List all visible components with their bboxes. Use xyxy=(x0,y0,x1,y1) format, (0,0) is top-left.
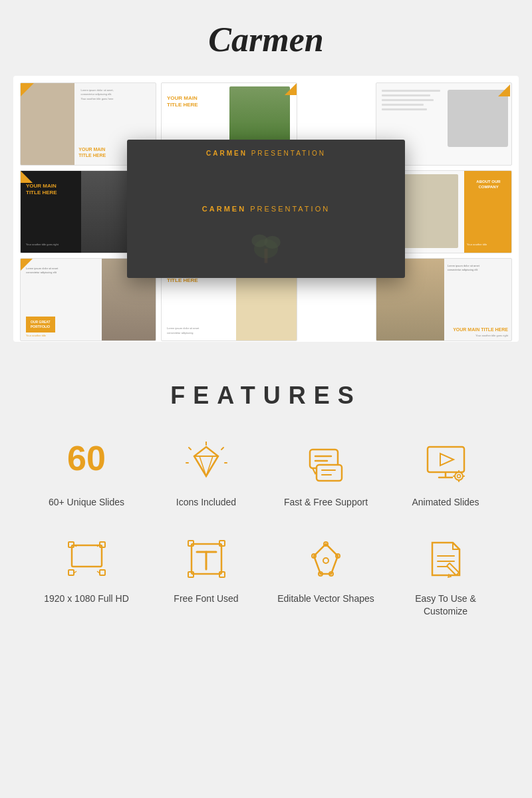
editable-vector-label: Editable Vector Shapes xyxy=(277,593,374,606)
pen-tool-icon xyxy=(303,536,349,583)
svg-point-26 xyxy=(457,474,460,477)
feature-free-font: Free Font Used xyxy=(153,536,259,618)
play-gear-icon xyxy=(422,440,469,486)
product-title: Carmen xyxy=(13,20,519,59)
feature-full-hd: 1920 x 1080 Full HD xyxy=(33,536,140,618)
featured-slide: CARMEN PRESENTATION CARMEN PRESENTATION xyxy=(127,140,405,278)
svg-line-12 xyxy=(189,448,191,450)
feature-icon-number: 60 xyxy=(63,440,110,486)
svg-rect-31 xyxy=(72,545,102,567)
animated-slides-label: Animated Slides xyxy=(412,496,479,509)
edit-doc-icon xyxy=(422,536,469,583)
svg-rect-34 xyxy=(68,570,74,575)
unique-slides-label: 60+ Unique Slides xyxy=(49,496,124,509)
fast-support-label: Fast & Free Support xyxy=(284,496,368,509)
svg-marker-4 xyxy=(194,447,218,476)
feature-editable-vector: Editable Vector Shapes xyxy=(273,536,379,618)
full-hd-label: 1920 x 1080 Full HD xyxy=(44,593,129,606)
svg-rect-35 xyxy=(100,570,105,575)
svg-rect-3 xyxy=(265,249,268,263)
feature-animated-slides: Animated Slides xyxy=(392,440,499,509)
easy-customize-label: Easy To Use & Customize xyxy=(392,593,499,618)
svg-point-52 xyxy=(323,558,329,563)
features-grid-row1: 60 60+ Unique Slides xyxy=(33,440,499,509)
feature-fast-support: Fast & Free Support xyxy=(273,440,379,509)
page-wrapper: Carmen YOUR MAINTITLE HERE Lorem ipsum d… xyxy=(0,0,532,678)
svg-point-25 xyxy=(455,472,463,480)
preview-grid: YOUR MAINTITLE HERE Lorem ipsum dolor si… xyxy=(13,76,519,342)
icons-included-label: Icons Included xyxy=(176,496,236,509)
svg-rect-21 xyxy=(428,447,464,472)
svg-marker-22 xyxy=(440,454,454,466)
free-font-label: Free Font Used xyxy=(174,593,238,606)
title-section: Carmen xyxy=(13,20,519,59)
features-section: FEATURES 60 60+ Unique Slides xyxy=(13,368,519,658)
svg-rect-18 xyxy=(317,465,342,481)
feature-icons-included: Icons Included xyxy=(153,440,259,509)
svg-point-2 xyxy=(265,236,281,249)
screen-icon xyxy=(63,536,110,583)
chat-icon xyxy=(303,440,349,486)
feature-unique-slides: 60 60+ Unique Slides xyxy=(33,440,140,509)
svg-line-11 xyxy=(221,448,223,450)
slides-count: 60 xyxy=(67,441,106,475)
svg-rect-58 xyxy=(446,563,458,575)
features-grid-row2: 1920 x 1080 Full HD xyxy=(33,536,499,618)
font-icon xyxy=(183,536,229,583)
feature-easy-customize: Easy To Use & Customize xyxy=(392,536,499,618)
diamond-icon xyxy=(183,440,229,486)
features-title: FEATURES xyxy=(33,382,499,410)
